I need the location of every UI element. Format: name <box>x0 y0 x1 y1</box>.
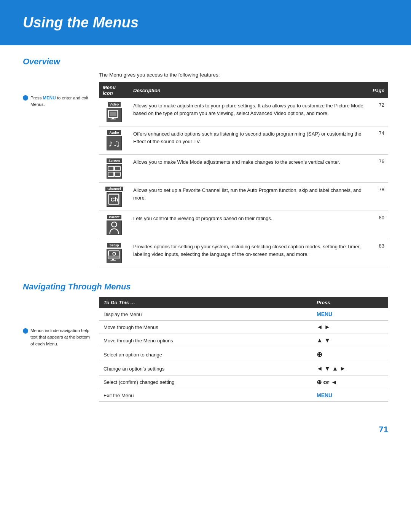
overview-table-row: Setup Provides options for setting up yo… <box>99 239 388 267</box>
svg-point-11 <box>112 222 116 227</box>
overview-layout: Press MENU to enter and exit Menus. The … <box>23 72 388 267</box>
nav-table-row: Select (confirm) changed setting⊕ or ◄ <box>99 375 388 389</box>
menu-page-cell: 80 <box>369 211 388 239</box>
menu-icon-cell: Video <box>99 98 129 126</box>
menu-icon-container: Channel Ch <box>103 187 126 207</box>
menu-icon-label: Channel <box>105 187 123 191</box>
nav-press-cell: MENU <box>312 389 388 402</box>
menu-icon-cell: Screen <box>99 155 129 183</box>
menu-desc-cell: Allows you to make Wide Mode adjustments… <box>129 155 369 183</box>
overview-table-row: Parent Lets you control the viewing of p… <box>99 211 388 239</box>
menu-icon-img <box>107 164 122 179</box>
menu-desc-cell: Allows you to make adjustments to your p… <box>129 98 369 126</box>
menu-icon-cell: Audio ♪♫ <box>99 126 129 155</box>
menu-icon-badge <box>23 95 28 101</box>
menu-page-cell: 76 <box>369 155 388 183</box>
nav-press-cell: ◄ ► <box>312 321 388 334</box>
page-content: Overview Press MENU to enter and exit Me… <box>0 57 411 402</box>
svg-rect-1 <box>110 112 116 116</box>
menu-word-highlight: MENU <box>43 96 56 100</box>
menu-desc-cell: Provides options for setting up your sys… <box>129 239 369 267</box>
overview-table-header-row: Menu Icon Description Page <box>99 82 388 98</box>
nav-todo-cell: Display the Menu <box>99 308 312 321</box>
col-todo-header: To Do This … <box>99 297 312 308</box>
svg-text:Ch: Ch <box>111 196 118 203</box>
menu-icon-container: Screen <box>103 158 126 179</box>
nav-table-wrap: To Do This … Press Display the MenuMENUM… <box>99 297 388 402</box>
nav-icon-badge <box>23 328 28 334</box>
svg-point-16 <box>113 252 116 256</box>
nav-section: Navigating Through Menus Menus include n… <box>23 282 388 402</box>
menu-icon-container: Setup <box>103 243 126 263</box>
nav-todo-cell: Select an option to change <box>99 347 312 362</box>
nav-table-row: Move through the Menu options▲ ▼ <box>99 334 388 347</box>
overview-table-row: Video Allows you to make adjustments to … <box>99 98 388 126</box>
col-icon-header: Menu Icon <box>99 82 129 98</box>
menu-icon-label: Video <box>108 102 121 107</box>
nav-todo-cell: Exit the Menu <box>99 389 312 402</box>
menu-icon-label: Setup <box>107 243 121 248</box>
menu-icon-img <box>107 108 122 122</box>
menu-icon-container: Video <box>103 102 126 122</box>
menu-desc-cell: Offers enhanced audio options such as li… <box>129 126 369 155</box>
nav-todo-cell: Change an option’s settings <box>99 362 312 375</box>
nav-press-cell: ⊕ <box>312 347 388 362</box>
nav-sidebar: Menus include navigation help text that … <box>23 297 99 402</box>
nav-table-row: Select an option to change⊕ <box>99 347 388 362</box>
col-desc-header: Description <box>129 82 369 98</box>
nav-todo-cell: Move through the Menu options <box>99 334 312 347</box>
svg-rect-6 <box>115 166 120 171</box>
menu-icon-img: ♪♫ <box>107 136 122 150</box>
nav-table-row: Move through the Menus◄ ► <box>99 321 388 334</box>
nav-press-cell: ◄ ▼ ▲ ► <box>312 362 388 375</box>
menu-page-cell: 78 <box>369 183 388 211</box>
overview-sidebar: Press MENU to enter and exit Menus. <box>23 72 99 267</box>
menu-icon-img <box>107 249 122 263</box>
svg-rect-7 <box>108 172 114 176</box>
overview-table-row: Audio ♪♫ Offers enhanced audio options s… <box>99 126 388 155</box>
overview-heading: Overview <box>23 57 388 67</box>
nav-table-row: Exit the MenuMENU <box>99 389 388 402</box>
menu-icon-label: Parent <box>107 215 121 219</box>
menu-icon-cell: Channel Ch <box>99 183 129 211</box>
overview-table: Menu Icon Description Page Video Allows … <box>99 82 388 267</box>
page-footer: 71 <box>0 417 411 442</box>
menu-icon-label: Audio <box>107 130 121 135</box>
menu-icon-label: Screen <box>107 158 122 163</box>
nav-table-row: Change an option’s settings◄ ▼ ▲ ► <box>99 362 388 375</box>
overview-table-row: Channel Ch Allows you to set up a Favori… <box>99 183 388 211</box>
svg-rect-13 <box>108 256 119 259</box>
page-header: Using the Menus <box>0 0 411 45</box>
nav-sidebar-text: Menus include navigation help text that … <box>30 328 92 347</box>
nav-table: To Do This … Press Display the MenuMENUM… <box>99 297 388 402</box>
overview-sidebar-note: Press MENU to enter and exit Menus. <box>23 95 92 108</box>
menu-desc-cell: Lets you control the viewing of programs… <box>129 211 369 239</box>
menu-page-cell: 83 <box>369 239 388 267</box>
nav-press-cell: MENU <box>312 308 388 321</box>
menu-icon-cell: Parent <box>99 211 129 239</box>
overview-section: Overview Press MENU to enter and exit Me… <box>23 57 388 267</box>
nav-press-cell: ▲ ▼ <box>312 334 388 347</box>
svg-rect-15 <box>111 260 116 260</box>
svg-text:♪♫: ♪♫ <box>108 138 120 149</box>
overview-table-wrap: The Menu gives you access to the followi… <box>99 72 388 267</box>
nav-sidebar-note: Menus include navigation help text that … <box>23 328 92 347</box>
col-press-header: Press <box>312 297 388 308</box>
overview-table-row: Screen Allows you to make Wide Mode adju… <box>99 155 388 183</box>
nav-press-cell: ⊕ or ◄ <box>312 375 388 389</box>
page-number: 71 <box>379 425 388 434</box>
menu-icon-cell: Setup <box>99 239 129 267</box>
col-page-header: Page <box>369 82 388 98</box>
overview-sidebar-text: Press MENU to enter and exit Menus. <box>30 95 92 108</box>
menu-icon-container: Parent <box>103 215 126 235</box>
svg-rect-5 <box>108 166 114 171</box>
menu-page-cell: 74 <box>369 126 388 155</box>
nav-table-header-row: To Do This … Press <box>99 297 388 308</box>
nav-todo-cell: Move through the Menus <box>99 321 312 334</box>
svg-rect-8 <box>115 172 120 176</box>
nav-layout: Menus include navigation help text that … <box>23 297 388 402</box>
menu-desc-cell: Allows you to set up a Favorite Channel … <box>129 183 369 211</box>
svg-rect-3 <box>111 118 116 119</box>
menu-icon-container: Audio ♪♫ <box>103 130 126 150</box>
menu-icon-img: Ch <box>107 192 122 207</box>
